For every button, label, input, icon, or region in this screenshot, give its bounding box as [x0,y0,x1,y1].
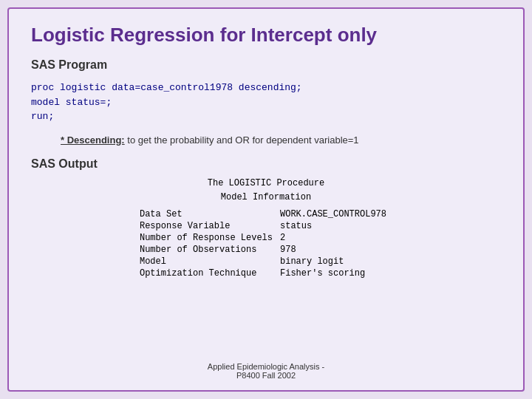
table-row: Number of Response Levels2 [140,233,392,243]
footer: Applied Epidemiologic Analysis - P8400 F… [9,362,523,380]
table-row: Number of Observations978 [140,245,392,255]
table-row: Response Variablestatus [140,221,392,231]
slide-title: Logistic Regression for Intercept only [31,24,501,47]
table-row: Modelbinary logit [140,256,392,267]
sas-program-label: SAS Program [31,58,501,72]
slide-container: Logistic Regression for Intercept only S… [7,7,525,392]
table-row: Data SetWORK.CASE_CONTROL978 [140,209,392,219]
descending-note: * Descending: to get the probability and… [61,134,501,146]
output-header2: Model Information [31,191,501,205]
table-row: Optimization TechniqueFisher's scoring [140,268,392,279]
note-text: to get the probability and OR for depend… [125,134,359,146]
row-label: Data Set [140,209,279,219]
row-value: 2 [280,233,392,243]
row-label: Number of Observations [140,245,279,255]
note-keyword: * Descending: [61,134,125,146]
row-value: binary logit [280,256,392,267]
row-label: Number of Response Levels [140,233,279,243]
row-label: Response Variable [140,221,279,231]
row-label: Optimization Technique [140,268,279,279]
sas-output-label: SAS Output [31,157,501,171]
output-section: The LOGISTIC Procedure Model Information… [31,177,501,280]
output-table: Data SetWORK.CASE_CONTROL978Response Var… [138,208,394,280]
row-value: status [280,221,392,231]
row-label: Model [140,256,279,267]
code-block: proc logistic data=case_control1978 desc… [31,78,501,127]
code-line-2: model status=; [31,95,501,110]
footer-line2: P8400 Fall 2002 [9,371,523,380]
footer-line1: Applied Epidemiologic Analysis - [9,362,523,371]
row-value: Fisher's scoring [280,268,392,279]
row-value: 978 [280,245,392,255]
row-value: WORK.CASE_CONTROL978 [280,209,392,219]
code-line-3: run; [31,109,501,124]
output-header1: The LOGISTIC Procedure [31,177,501,191]
code-line-1: proc logistic data=case_control1978 desc… [31,81,501,95]
